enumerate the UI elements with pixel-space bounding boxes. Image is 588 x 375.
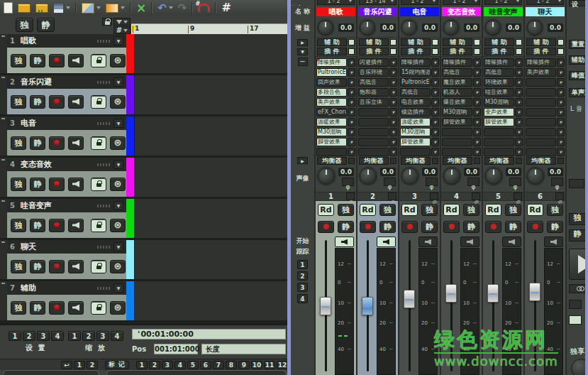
plugin-slot-dropdown[interactable] xyxy=(389,78,397,87)
plugin-slot-button[interactable] xyxy=(526,138,556,146)
plugin-enable-light[interactable] xyxy=(558,48,564,55)
length-field[interactable]: 长度 xyxy=(201,344,286,354)
plugin-slot-button[interactable]: 高低音 xyxy=(358,78,389,87)
plugin-slot-button[interactable] xyxy=(526,128,556,136)
timeline-ruler[interactable]: 1917 xyxy=(131,23,287,34)
track-panel[interactable]: 2 音乐闪避 独 静 xyxy=(7,75,126,114)
new-file-icon[interactable] xyxy=(4,2,13,13)
track-lock-button[interactable] xyxy=(91,54,106,67)
track-panel[interactable]: 3 电音 独 静 xyxy=(7,116,126,156)
plugin-slot-dropdown[interactable] xyxy=(557,88,565,97)
track-lane[interactable] xyxy=(134,240,287,279)
plugin-slot-button[interactable]: 闪避插件 xyxy=(358,58,389,67)
time-display[interactable]: 00:01:00:00 xyxy=(132,329,286,339)
pan-knob[interactable] xyxy=(443,168,460,185)
plugin-slot-dropdown[interactable] xyxy=(389,128,397,136)
preset-button[interactable]: 1 xyxy=(68,331,81,341)
plugin-enable-light[interactable] xyxy=(390,48,396,55)
channel-mute-button[interactable]: 静 xyxy=(379,221,396,233)
fader-bank-button[interactable]: 2 xyxy=(297,271,308,281)
folder-button[interactable] xyxy=(569,179,584,188)
plugin-slot-dropdown[interactable] xyxy=(431,68,439,77)
plugin-slot-dropdown[interactable] xyxy=(431,128,439,136)
preset-button[interactable]: 3 xyxy=(96,331,109,341)
channel-mute-button[interactable]: 静 xyxy=(547,221,563,233)
channel-solo-button[interactable]: 独 xyxy=(547,204,563,216)
track-lock-button[interactable] xyxy=(91,301,106,315)
eq-button[interactable]: 均衡器 xyxy=(443,157,472,165)
channel-name[interactable]: 哇音变声 xyxy=(484,7,523,16)
plugin-slot-button[interactable] xyxy=(526,118,556,126)
master-mute-button[interactable]: 静 xyxy=(569,229,585,241)
lock-button[interactable] xyxy=(102,18,112,26)
import-media-icon[interactable] xyxy=(35,4,48,13)
solo-all-button[interactable]: 独 xyxy=(16,18,33,32)
plugin-slot-button[interactable] xyxy=(442,128,472,136)
channel-record-button[interactable] xyxy=(401,221,418,233)
plugin-slot-button[interactable] xyxy=(526,108,556,116)
track-mute-button[interactable]: 静 xyxy=(30,54,45,67)
plugin-slot-button[interactable] xyxy=(526,88,556,97)
track-record-button[interactable] xyxy=(49,301,65,315)
dropdown-caret-icon[interactable] xyxy=(121,6,125,9)
volume-fader[interactable] xyxy=(485,237,501,375)
plugin-slot-button[interactable]: 机器人 xyxy=(442,88,472,97)
track-monitor-button[interactable] xyxy=(68,178,84,191)
plugin-slot-dropdown[interactable] xyxy=(515,98,523,107)
track-fx-button[interactable] xyxy=(110,95,126,109)
plugin-slot-button[interactable]: 美声效果 xyxy=(316,98,347,107)
track-header[interactable]: 7 辅助 xyxy=(7,281,126,295)
preset-button[interactable]: 2 xyxy=(23,331,35,341)
plugin-slot-dropdown[interactable] xyxy=(515,78,523,87)
aux-button[interactable]: 辅 助 xyxy=(401,38,431,46)
plugin-slot-dropdown[interactable] xyxy=(557,68,565,77)
track-fx-button[interactable] xyxy=(110,260,126,273)
plugin-slot-dropdown[interactable] xyxy=(473,68,481,77)
plugin-slot-button[interactable] xyxy=(316,148,347,156)
eq-button[interactable]: 均衡器 xyxy=(526,157,556,165)
volume-fader[interactable] xyxy=(401,237,417,375)
plugin-slot-dropdown[interactable] xyxy=(348,68,355,77)
plugin-slot-button[interactable]: 高低音 xyxy=(400,88,431,97)
track-lock-button[interactable] xyxy=(91,260,106,273)
fader-handle[interactable] xyxy=(487,284,499,303)
track-record-button[interactable] xyxy=(49,178,65,191)
plugin-slot-dropdown[interactable] xyxy=(473,118,481,126)
plugin-slot-dropdown[interactable] xyxy=(389,88,397,97)
marker-number-button[interactable]: 12 xyxy=(277,361,287,369)
track-lane[interactable] xyxy=(134,75,287,114)
channel-record-button[interactable] xyxy=(360,221,376,233)
channel-solo-button[interactable]: 独 xyxy=(463,204,479,216)
track-lane[interactable] xyxy=(134,116,287,156)
channel-select-button[interactable] xyxy=(514,192,522,200)
aux-button[interactable]: 辅 助 xyxy=(359,38,389,46)
master-knob[interactable] xyxy=(571,359,585,375)
channel-mute-button[interactable]: 静 xyxy=(421,221,438,233)
page-button[interactable]: 1 xyxy=(74,361,85,369)
fader-bank-button[interactable]: 4 xyxy=(297,294,308,303)
phase-button[interactable] xyxy=(467,178,479,186)
plugin-slot-button[interactable]: 降噪插件 xyxy=(400,58,431,67)
plugin-slot-dropdown[interactable] xyxy=(348,88,355,97)
channel-input-select[interactable]: 1 - 2 xyxy=(401,0,438,5)
aux-enable-light[interactable] xyxy=(432,39,438,45)
plugin-button[interactable]: 插 件 xyxy=(443,48,472,55)
plugin-slot-button[interactable]: 高低音 xyxy=(442,68,472,77)
channel-name[interactable]: 唱歌 xyxy=(316,7,355,16)
preset-button[interactable]: 1 xyxy=(9,331,21,341)
plugin-slot-button[interactable]: M30混响 xyxy=(442,108,472,116)
fader-bank-button[interactable]: 3 xyxy=(297,283,308,292)
track-solo-button[interactable]: 独 xyxy=(11,178,26,191)
master-solo-button[interactable]: 独 xyxy=(569,213,585,225)
plugin-slot-button[interactable] xyxy=(358,148,389,156)
pan-knob[interactable] xyxy=(485,168,502,185)
plugin-enable-light[interactable] xyxy=(474,48,480,55)
aux-enable-light[interactable] xyxy=(474,39,480,45)
track-monitor-button[interactable] xyxy=(68,136,84,150)
plugin-slot-dropdown[interactable] xyxy=(348,58,355,67)
plugin-slot-dropdown[interactable] xyxy=(389,98,397,107)
track-header[interactable]: 1 唱歌 xyxy=(7,34,126,48)
plugin-slot-dropdown[interactable] xyxy=(431,118,439,126)
eq-button[interactable]: 均衡器 xyxy=(401,157,431,165)
channel-input-select[interactable]: 1 - 2 xyxy=(484,0,522,5)
